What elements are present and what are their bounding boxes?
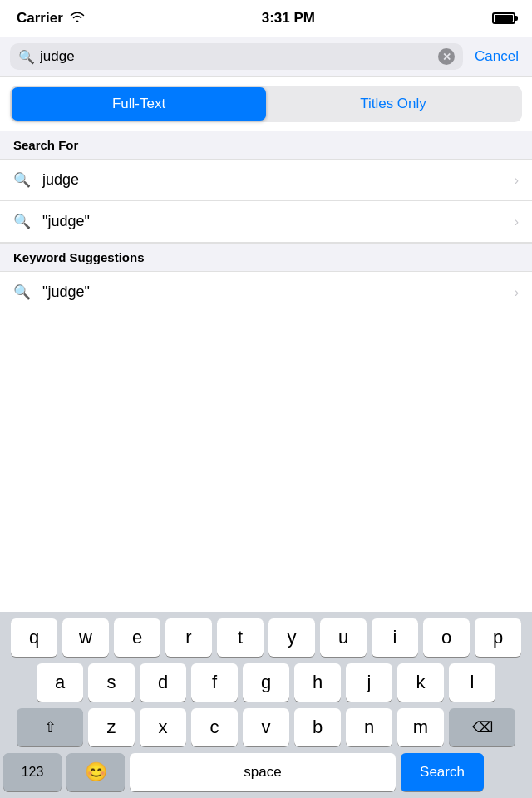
status-bar: Carrier 3:31 PM (0, 0, 532, 37)
key-q[interactable]: q (11, 618, 57, 657)
key-g[interactable]: g (243, 663, 289, 702)
search-result-judge-quoted[interactable]: 🔍 "judge" › (0, 201, 532, 243)
battery-icon (492, 12, 515, 24)
key-shift[interactable]: ⇧ (17, 708, 83, 746)
key-d[interactable]: d (140, 663, 186, 702)
key-y[interactable]: y (268, 618, 315, 657)
segment-fulltext[interactable]: Full-Text (12, 87, 266, 121)
search-bar: 🔍 ✕ Cancel (0, 37, 532, 77)
carrier-label: Carrier (17, 10, 63, 27)
search-icon-2: 🔍 (13, 213, 31, 230)
status-left: Carrier (17, 10, 85, 27)
key-h[interactable]: h (294, 663, 341, 702)
chevron-icon-2: › (515, 214, 519, 229)
keyword-judge-quoted-text: "judge" (42, 283, 503, 301)
key-e[interactable]: e (114, 618, 160, 657)
keyboard: q w e r t y u i o p a s d f g h j k l ⇧ … (0, 612, 532, 798)
key-o[interactable]: o (423, 618, 470, 657)
key-w[interactable]: w (62, 618, 109, 657)
keyboard-row-3: ⇧ z x c v b n m ⌫ (3, 708, 529, 746)
key-p[interactable]: p (475, 618, 521, 657)
search-result-judge-quoted-text: "judge" (42, 213, 503, 230)
search-icon-1: 🔍 (13, 171, 31, 189)
key-numbers[interactable]: 123 (3, 753, 62, 791)
key-u[interactable]: u (320, 618, 367, 657)
key-j[interactable]: j (346, 663, 392, 702)
key-f[interactable]: f (191, 663, 238, 702)
key-s[interactable]: s (88, 663, 135, 702)
key-l[interactable]: l (449, 663, 495, 702)
key-emoji[interactable]: 😊 (66, 753, 125, 791)
key-backspace[interactable]: ⌫ (449, 708, 515, 746)
key-k[interactable]: k (397, 663, 444, 702)
key-b[interactable]: b (294, 708, 341, 746)
chevron-icon-1: › (515, 173, 519, 188)
wifi-icon (70, 10, 85, 27)
status-right (492, 12, 515, 24)
key-a[interactable]: a (37, 663, 83, 702)
status-time: 3:31 PM (262, 10, 315, 27)
search-input[interactable] (40, 48, 433, 65)
key-r[interactable]: r (165, 618, 212, 657)
search-icon-3: 🔍 (13, 283, 31, 301)
key-space[interactable]: space (130, 753, 396, 791)
key-n[interactable]: n (346, 708, 392, 746)
key-z[interactable]: z (88, 708, 135, 746)
search-result-judge[interactable]: 🔍 judge › (0, 160, 532, 201)
clear-button[interactable]: ✕ (438, 48, 455, 65)
segment-titlesonly[interactable]: Titles Only (266, 87, 520, 121)
key-v[interactable]: v (243, 708, 289, 746)
search-for-header: Search For (0, 131, 532, 160)
key-search[interactable]: Search (401, 753, 484, 791)
keyboard-row-1: q w e r t y u i o p (3, 618, 529, 657)
segment-control: Full-Text Titles Only (10, 86, 522, 122)
key-x[interactable]: x (140, 708, 186, 746)
search-input-wrap: 🔍 ✕ (10, 43, 463, 70)
keyword-suggestions-header: Keyword Suggestions (0, 243, 532, 272)
chevron-icon-3: › (515, 285, 519, 300)
search-result-judge-text: judge (42, 171, 503, 189)
key-c[interactable]: c (191, 708, 238, 746)
key-i[interactable]: i (372, 618, 418, 657)
keyboard-row-2: a s d f g h j k l (3, 663, 529, 702)
key-m[interactable]: m (397, 708, 444, 746)
keyboard-bottom-row: 123 😊 space Search (0, 750, 532, 798)
key-t[interactable]: t (217, 618, 264, 657)
cancel-button[interactable]: Cancel (471, 48, 522, 65)
keyboard-rows: q w e r t y u i o p a s d f g h j k l ⇧ … (0, 612, 532, 750)
search-mag-icon: 🔍 (18, 49, 35, 65)
keyword-judge-quoted[interactable]: 🔍 "judge" › (0, 272, 532, 313)
